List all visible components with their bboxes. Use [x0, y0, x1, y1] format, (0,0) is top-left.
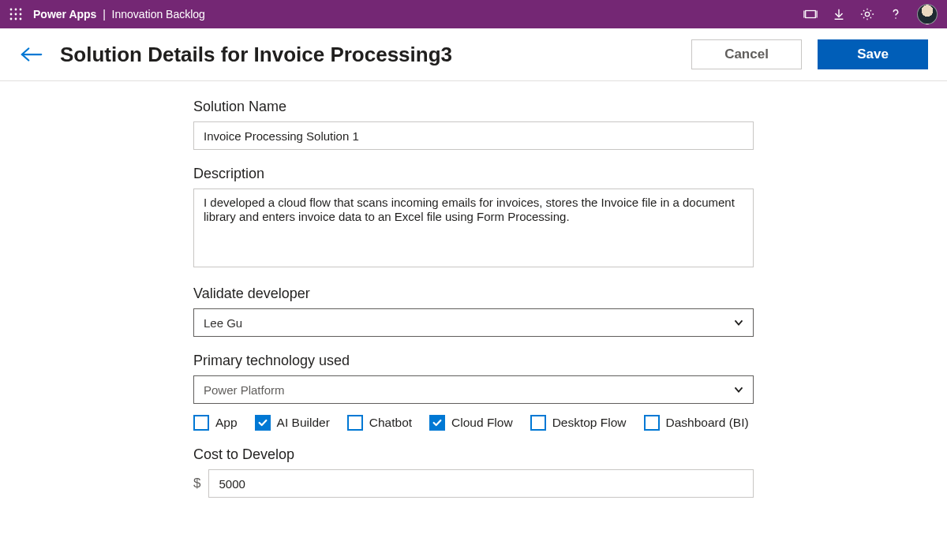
svg-point-5	[20, 13, 22, 16]
top-header-right	[803, 4, 938, 24]
save-button[interactable]: Save	[818, 39, 928, 69]
checkbox-label: Desktop Flow	[552, 416, 627, 430]
avatar[interactable]	[917, 4, 938, 24]
checkbox-label: AI Builder	[277, 416, 330, 430]
checkbox-box	[644, 415, 660, 431]
gear-icon[interactable]	[860, 7, 874, 21]
svg-point-2	[20, 9, 22, 11]
primary-technology-select[interactable]: Power Platform	[193, 375, 754, 404]
checkbox-box	[193, 415, 209, 431]
svg-point-15	[895, 17, 896, 19]
description-input[interactable]	[193, 189, 754, 267]
tech-checkbox-row: App AI Builder Chatbot Cloud Flow Deskto…	[193, 415, 754, 431]
checkbox-dashboard-bi[interactable]: Dashboard (BI)	[644, 415, 749, 431]
page-header-left: Solution Details for Invoice Processing3	[19, 43, 452, 67]
help-icon[interactable]	[889, 7, 903, 21]
description-label: Description	[193, 166, 754, 182]
svg-point-3	[10, 13, 13, 16]
cancel-button[interactable]: Cancel	[691, 39, 802, 69]
cost-input[interactable]	[208, 469, 754, 498]
svg-point-1	[15, 9, 17, 11]
fit-screen-icon[interactable]	[803, 7, 818, 21]
svg-point-7	[15, 18, 17, 21]
svg-point-4	[15, 13, 17, 16]
svg-point-14	[865, 12, 869, 16]
svg-point-0	[10, 9, 13, 11]
top-header: Power Apps | Innovation Backlog	[0, 0, 947, 28]
checkbox-box	[530, 415, 546, 431]
checkbox-label: Chatbot	[369, 416, 412, 430]
primary-technology-value: Power Platform	[204, 383, 285, 397]
form-area: Solution Name Description Validate devel…	[0, 81, 947, 529]
cost-to-develop-label: Cost to Develop	[193, 446, 754, 463]
solution-name-input[interactable]	[193, 121, 754, 150]
checkbox-desktop-flow[interactable]: Desktop Flow	[530, 415, 627, 431]
download-icon[interactable]	[832, 7, 846, 21]
app-name: Power Apps	[33, 8, 96, 21]
svg-point-8	[20, 18, 22, 21]
back-arrow-icon[interactable]	[19, 43, 44, 65]
page-title: Solution Details for Invoice Processing3	[60, 43, 452, 67]
checkbox-label: Dashboard (BI)	[666, 416, 749, 430]
validate-developer-select[interactable]: Lee Gu	[193, 308, 754, 337]
cost-row: $	[193, 469, 754, 498]
page-header-actions: Cancel Save	[691, 39, 928, 69]
checkbox-cloud-flow[interactable]: Cloud Flow	[429, 415, 513, 431]
form-inner: Solution Name Description Validate devel…	[193, 95, 754, 498]
top-header-left: Power Apps | Innovation Backlog	[9, 8, 205, 21]
validate-developer-label: Validate developer	[193, 286, 754, 302]
app-breadcrumb: Power Apps | Innovation Backlog	[33, 8, 205, 21]
checkbox-box	[255, 415, 271, 431]
checkbox-app[interactable]: App	[193, 415, 238, 431]
checkbox-box	[429, 415, 445, 431]
checkbox-box	[347, 415, 363, 431]
waffle-icon[interactable]	[9, 8, 22, 21]
page-header: Solution Details for Invoice Processing3…	[0, 28, 947, 81]
svg-rect-9	[806, 11, 816, 18]
checkbox-label: Cloud Flow	[451, 416, 513, 430]
checkbox-chatbot[interactable]: Chatbot	[347, 415, 412, 431]
svg-point-6	[10, 18, 13, 21]
breadcrumb-separator: |	[103, 8, 106, 21]
validate-developer-value: Lee Gu	[204, 316, 242, 330]
check-icon	[257, 417, 268, 428]
check-icon	[432, 417, 443, 428]
primary-technology-label: Primary technology used	[193, 353, 754, 369]
solution-name-label: Solution Name	[193, 99, 754, 115]
checkbox-label: App	[215, 416, 238, 430]
checkbox-ai-builder[interactable]: AI Builder	[255, 415, 330, 431]
page-name: Innovation Backlog	[112, 8, 205, 21]
currency-symbol: $	[193, 476, 200, 491]
